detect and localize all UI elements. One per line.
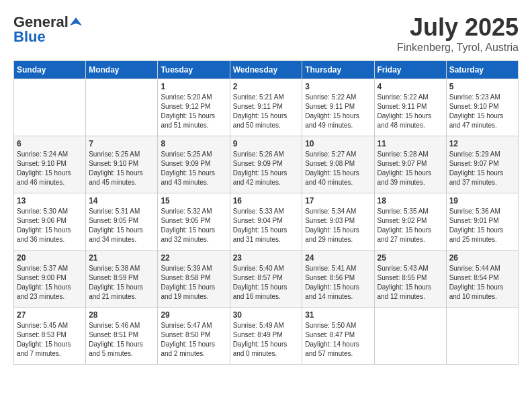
day-number: 5 xyxy=(449,82,515,91)
logo: General Blue xyxy=(13,13,82,46)
day-of-week-header: Tuesday xyxy=(158,61,230,79)
day-number: 21 xyxy=(89,253,154,263)
day-number: 23 xyxy=(233,253,300,263)
day-info: Sunrise: 5:30 AM Sunset: 9:06 PM Dayligh… xyxy=(17,207,83,244)
calendar-week-row: 6Sunrise: 5:24 AM Sunset: 9:10 PM Daylig… xyxy=(14,136,519,193)
day-info: Sunrise: 5:25 AM Sunset: 9:10 PM Dayligh… xyxy=(89,150,154,187)
calendar-cell: 7Sunrise: 5:25 AM Sunset: 9:10 PM Daylig… xyxy=(86,136,158,193)
calendar-cell: 24Sunrise: 5:41 AM Sunset: 8:56 PM Dayli… xyxy=(302,250,374,308)
day-number: 7 xyxy=(89,139,154,148)
day-number: 11 xyxy=(378,139,443,148)
calendar-cell: 16Sunrise: 5:33 AM Sunset: 9:04 PM Dayli… xyxy=(230,193,302,250)
calendar-header-row: SundayMondayTuesdayWednesdayThursdayFrid… xyxy=(14,61,519,79)
day-info: Sunrise: 5:20 AM Sunset: 9:12 PM Dayligh… xyxy=(161,93,226,130)
calendar-week-row: 1Sunrise: 5:20 AM Sunset: 9:12 PM Daylig… xyxy=(14,79,519,136)
day-info: Sunrise: 5:44 AM Sunset: 8:54 PM Dayligh… xyxy=(449,264,515,302)
calendar-week-row: 27Sunrise: 5:45 AM Sunset: 8:53 PM Dayli… xyxy=(14,308,519,365)
day-info: Sunrise: 5:24 AM Sunset: 9:10 PM Dayligh… xyxy=(17,150,83,187)
day-number: 28 xyxy=(89,310,154,320)
day-info: Sunrise: 5:43 AM Sunset: 8:55 PM Dayligh… xyxy=(378,264,443,302)
day-number: 12 xyxy=(449,139,515,148)
day-number: 4 xyxy=(378,82,443,91)
day-number: 20 xyxy=(17,253,83,263)
day-number: 16 xyxy=(233,196,300,205)
day-info: Sunrise: 5:37 AM Sunset: 9:00 PM Dayligh… xyxy=(17,264,83,302)
day-of-week-header: Friday xyxy=(374,61,446,79)
day-info: Sunrise: 5:29 AM Sunset: 9:07 PM Dayligh… xyxy=(449,150,515,187)
calendar-week-row: 20Sunrise: 5:37 AM Sunset: 9:00 PM Dayli… xyxy=(14,250,519,308)
calendar-cell: 11Sunrise: 5:28 AM Sunset: 9:07 PM Dayli… xyxy=(374,136,446,193)
day-info: Sunrise: 5:22 AM Sunset: 9:11 PM Dayligh… xyxy=(305,93,371,130)
calendar-cell: 30Sunrise: 5:49 AM Sunset: 8:49 PM Dayli… xyxy=(230,308,302,365)
day-number: 10 xyxy=(305,139,371,148)
day-info: Sunrise: 5:36 AM Sunset: 9:01 PM Dayligh… xyxy=(449,207,515,244)
location-subtitle: Finkenberg, Tyrol, Austria xyxy=(397,42,519,54)
month-year-title: July 2025 xyxy=(397,13,519,42)
calendar-cell: 17Sunrise: 5:34 AM Sunset: 9:03 PM Dayli… xyxy=(302,193,374,250)
calendar-cell: 4Sunrise: 5:22 AM Sunset: 9:11 PM Daylig… xyxy=(374,79,446,136)
calendar-cell xyxy=(86,79,158,136)
day-number: 30 xyxy=(233,310,300,320)
calendar-cell: 10Sunrise: 5:27 AM Sunset: 9:08 PM Dayli… xyxy=(302,136,374,193)
day-info: Sunrise: 5:21 AM Sunset: 9:11 PM Dayligh… xyxy=(233,93,300,130)
day-number: 25 xyxy=(378,253,443,263)
calendar-cell: 1Sunrise: 5:20 AM Sunset: 9:12 PM Daylig… xyxy=(158,79,230,136)
day-info: Sunrise: 5:31 AM Sunset: 9:05 PM Dayligh… xyxy=(89,207,154,244)
day-of-week-header: Wednesday xyxy=(230,61,302,79)
calendar-cell: 31Sunrise: 5:50 AM Sunset: 8:47 PM Dayli… xyxy=(302,308,374,365)
day-number: 3 xyxy=(305,82,371,91)
day-info: Sunrise: 5:47 AM Sunset: 8:50 PM Dayligh… xyxy=(161,321,226,359)
day-info: Sunrise: 5:50 AM Sunset: 8:47 PM Dayligh… xyxy=(305,321,371,359)
day-info: Sunrise: 5:41 AM Sunset: 8:56 PM Dayligh… xyxy=(305,264,371,302)
page-header: General Blue July 2025 Finkenberg, Tyrol… xyxy=(13,13,519,54)
day-number: 18 xyxy=(378,196,443,205)
day-of-week-header: Monday xyxy=(86,61,158,79)
calendar-cell: 19Sunrise: 5:36 AM Sunset: 9:01 PM Dayli… xyxy=(446,193,518,250)
day-number: 2 xyxy=(233,82,300,91)
calendar-cell: 13Sunrise: 5:30 AM Sunset: 9:06 PM Dayli… xyxy=(14,193,86,250)
day-of-week-header: Saturday xyxy=(446,61,518,79)
day-info: Sunrise: 5:38 AM Sunset: 8:59 PM Dayligh… xyxy=(89,264,154,302)
day-info: Sunrise: 5:32 AM Sunset: 9:05 PM Dayligh… xyxy=(161,207,226,244)
calendar-cell: 25Sunrise: 5:43 AM Sunset: 8:55 PM Dayli… xyxy=(374,250,446,308)
calendar-cell: 20Sunrise: 5:37 AM Sunset: 9:00 PM Dayli… xyxy=(14,250,86,308)
day-info: Sunrise: 5:49 AM Sunset: 8:49 PM Dayligh… xyxy=(233,321,300,359)
day-info: Sunrise: 5:46 AM Sunset: 8:51 PM Dayligh… xyxy=(89,321,154,359)
calendar-cell: 18Sunrise: 5:35 AM Sunset: 9:02 PM Dayli… xyxy=(374,193,446,250)
day-number: 17 xyxy=(305,196,371,205)
calendar-cell: 27Sunrise: 5:45 AM Sunset: 8:53 PM Dayli… xyxy=(14,308,86,365)
day-number: 9 xyxy=(233,139,300,148)
calendar-cell: 6Sunrise: 5:24 AM Sunset: 9:10 PM Daylig… xyxy=(14,136,86,193)
day-number: 31 xyxy=(305,310,371,320)
calendar-cell: 15Sunrise: 5:32 AM Sunset: 9:05 PM Dayli… xyxy=(158,193,230,250)
calendar-cell: 3Sunrise: 5:22 AM Sunset: 9:11 PM Daylig… xyxy=(302,79,374,136)
calendar-cell: 23Sunrise: 5:40 AM Sunset: 8:57 PM Dayli… xyxy=(230,250,302,308)
day-info: Sunrise: 5:26 AM Sunset: 9:09 PM Dayligh… xyxy=(233,150,300,187)
title-block: July 2025 Finkenberg, Tyrol, Austria xyxy=(397,13,519,54)
day-number: 22 xyxy=(161,253,226,263)
calendar-cell: 28Sunrise: 5:46 AM Sunset: 8:51 PM Dayli… xyxy=(86,308,158,365)
calendar-cell xyxy=(14,79,86,136)
day-number: 19 xyxy=(449,196,515,205)
calendar-cell: 21Sunrise: 5:38 AM Sunset: 8:59 PM Dayli… xyxy=(86,250,158,308)
day-number: 29 xyxy=(161,310,226,320)
day-number: 8 xyxy=(161,139,226,148)
calendar-cell: 29Sunrise: 5:47 AM Sunset: 8:50 PM Dayli… xyxy=(158,308,230,365)
calendar-cell: 5Sunrise: 5:23 AM Sunset: 9:10 PM Daylig… xyxy=(446,79,518,136)
day-info: Sunrise: 5:35 AM Sunset: 9:02 PM Dayligh… xyxy=(378,207,443,244)
calendar-cell: 2Sunrise: 5:21 AM Sunset: 9:11 PM Daylig… xyxy=(230,79,302,136)
calendar-cell: 22Sunrise: 5:39 AM Sunset: 8:58 PM Dayli… xyxy=(158,250,230,308)
day-number: 14 xyxy=(89,196,154,205)
day-info: Sunrise: 5:28 AM Sunset: 9:07 PM Dayligh… xyxy=(378,150,443,187)
calendar-cell xyxy=(374,308,446,365)
day-of-week-header: Sunday xyxy=(14,61,86,79)
day-of-week-header: Thursday xyxy=(302,61,374,79)
day-info: Sunrise: 5:40 AM Sunset: 8:57 PM Dayligh… xyxy=(233,264,300,302)
day-info: Sunrise: 5:34 AM Sunset: 9:03 PM Dayligh… xyxy=(305,207,371,244)
day-info: Sunrise: 5:45 AM Sunset: 8:53 PM Dayligh… xyxy=(17,321,83,359)
day-number: 27 xyxy=(17,310,83,320)
day-info: Sunrise: 5:33 AM Sunset: 9:04 PM Dayligh… xyxy=(233,207,300,244)
calendar-cell: 14Sunrise: 5:31 AM Sunset: 9:05 PM Dayli… xyxy=(86,193,158,250)
day-number: 15 xyxy=(161,196,226,205)
day-number: 1 xyxy=(161,82,226,91)
